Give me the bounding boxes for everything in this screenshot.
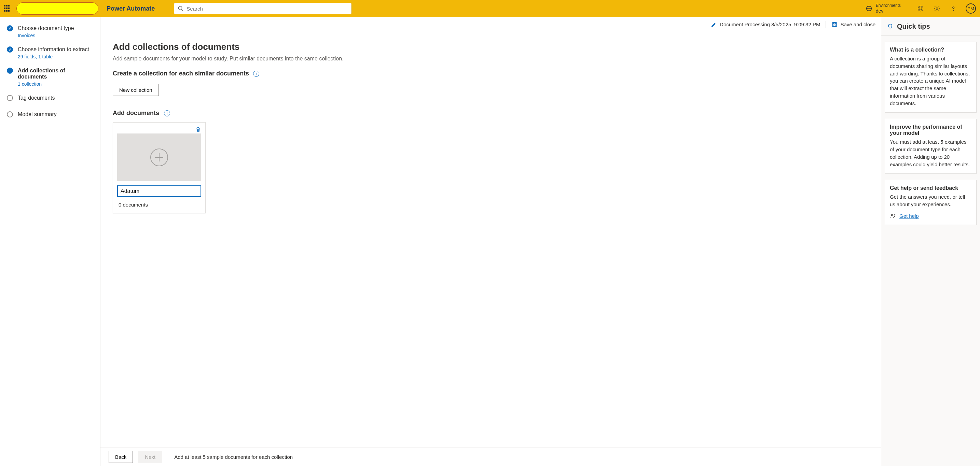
rename-model[interactable]: Document Processing 3/5/2025, 9:09:32 PM [711, 22, 820, 28]
tip-title: Get help or send feedback [890, 185, 972, 191]
step-title: Model summary [18, 111, 57, 117]
tip-card-help: Get help or send feedback Get the answer… [885, 180, 977, 225]
svg-line-1 [182, 9, 183, 11]
collection-card: 0 documents [113, 122, 206, 213]
step-title: Tag documents [18, 95, 55, 101]
step-title: Choose information to extract [18, 46, 89, 52]
app-header: Power Automate Environments dev PM [0, 0, 980, 17]
page-description: Add sample documents for your model to s… [113, 55, 869, 62]
step-subtext[interactable]: Invoices [18, 33, 74, 38]
step-subtext[interactable]: 29 fields, 1 table [18, 54, 89, 59]
tip-card-collection: What is a collection? A collection is a … [885, 42, 977, 113]
redaction-highlight [16, 2, 99, 15]
plus-icon [150, 149, 168, 166]
save-and-close-button[interactable]: Save and close [831, 22, 875, 28]
next-button: Next [138, 451, 162, 463]
add-documents-heading: Add documents [113, 109, 159, 117]
svg-point-0 [179, 6, 182, 10]
step-choose-information[interactable]: Choose information to extract 29 fields,… [7, 46, 93, 68]
tip-title: Improve the performance of your model [890, 124, 972, 136]
svg-point-6 [920, 8, 920, 8]
main-content: Add collections of documents Add sample … [100, 32, 881, 466]
step-title: Add collections of documents [18, 68, 93, 80]
search-input[interactable] [186, 6, 348, 12]
step-model-summary[interactable]: Model summary [7, 111, 93, 126]
trash-icon [195, 126, 201, 133]
svg-point-9 [953, 10, 954, 11]
app-launcher-icon[interactable] [4, 5, 11, 12]
product-brand: Power Automate [107, 5, 155, 12]
help-icon[interactable] [949, 5, 958, 13]
tip-card-performance: Improve the performance of your model Yo… [885, 119, 977, 174]
back-button[interactable]: Back [109, 451, 133, 463]
new-collection-button[interactable]: New collection [113, 84, 159, 96]
step-checkmark-icon [7, 25, 13, 32]
environment-picker[interactable]: Environments dev [865, 3, 901, 14]
step-checkmark-icon [7, 46, 13, 52]
step-choose-document-type[interactable]: Choose document type Invoices [7, 25, 93, 46]
global-search[interactable] [174, 3, 352, 14]
search-icon [178, 5, 184, 12]
svg-point-5 [918, 6, 923, 11]
collection-document-count: 0 documents [117, 202, 201, 208]
environment-value: dev [876, 8, 901, 14]
step-tag-documents[interactable]: Tag documents [7, 95, 93, 111]
user-avatar[interactable]: PM [966, 3, 976, 14]
wizard-footer: Back Next Add at least 5 sample document… [100, 447, 881, 466]
step-empty-icon [7, 95, 13, 101]
environment-label: Environments [876, 3, 901, 8]
step-subtext[interactable]: 1 collection [18, 81, 93, 87]
step-title: Choose document type [18, 25, 74, 32]
save-label: Save and close [840, 22, 875, 27]
svg-point-8 [936, 8, 938, 10]
step-add-collections[interactable]: Add collections of documents 1 collectio… [7, 68, 93, 95]
quick-tips-panel: Quick tips What is a collection? A colle… [881, 17, 980, 466]
globe-icon [865, 5, 872, 12]
svg-point-16 [891, 214, 893, 216]
create-collection-heading: Create a collection for each similar doc… [113, 70, 249, 77]
footer-hint: Add at least 5 sample documents for each… [174, 454, 293, 460]
svg-rect-11 [834, 22, 835, 24]
info-icon[interactable]: i [253, 71, 259, 77]
step-current-icon [7, 68, 13, 74]
collection-name-input[interactable] [117, 185, 201, 197]
svg-point-7 [921, 8, 922, 8]
delete-collection-button[interactable] [195, 126, 201, 133]
document-toolbar: Document Processing 3/5/2025, 9:09:32 PM… [201, 17, 881, 32]
tip-body: A collection is a group of documents sha… [890, 55, 972, 107]
model-name: Document Processing 3/5/2025, 9:09:32 PM [720, 22, 820, 27]
wizard-stepper: Choose document type Invoices Choose inf… [0, 17, 100, 466]
save-icon [831, 22, 838, 28]
edit-icon [711, 22, 717, 28]
step-empty-icon [7, 111, 13, 117]
tip-title: What is a collection? [890, 47, 972, 53]
feedback-icon[interactable] [916, 5, 925, 13]
get-help-link[interactable]: Get help [899, 213, 919, 219]
settings-icon[interactable] [933, 5, 941, 13]
tip-body: You must add at least 5 examples of your… [890, 138, 972, 168]
svg-rect-12 [834, 25, 836, 26]
lightbulb-icon [887, 23, 894, 30]
info-icon[interactable]: i [164, 110, 170, 116]
tip-body: Get the answers you need, or tell us abo… [890, 193, 972, 208]
tips-heading: Quick tips [897, 22, 930, 30]
page-title: Add collections of documents [113, 42, 869, 52]
add-documents-dropzone[interactable] [117, 133, 201, 181]
person-help-icon [890, 213, 896, 219]
